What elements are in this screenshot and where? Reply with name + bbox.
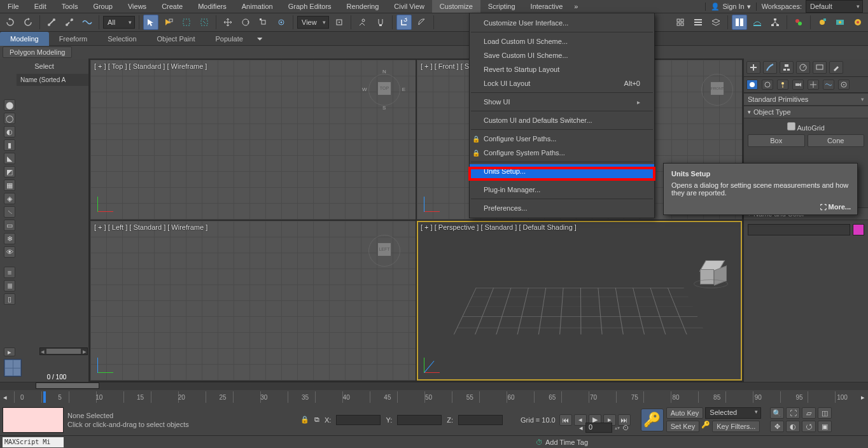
slider-handle[interactable] bbox=[36, 382, 99, 389]
scale-button[interactable] bbox=[256, 15, 271, 30]
timeline-prev[interactable]: ◂ bbox=[0, 393, 10, 402]
ribbon-tab-modeling[interactable]: Modeling bbox=[0, 32, 49, 46]
menu-create[interactable]: Create bbox=[154, 0, 190, 13]
menuitem-revert-to-startup-layout[interactable]: Revert to Startup Layout bbox=[470, 62, 654, 76]
scene-explorer-button[interactable] bbox=[690, 15, 706, 30]
max-toggle-button[interactable]: ▣ bbox=[818, 421, 832, 432]
key-icon-button[interactable]: 🔑 bbox=[701, 421, 710, 432]
viewcube[interactable] bbox=[697, 260, 724, 287]
list-hscroll[interactable]: ◂ ▸ bbox=[39, 347, 88, 355]
display-cameras-toggle[interactable]: ▮ bbox=[4, 139, 15, 151]
lock-icon[interactable]: 🔒 bbox=[300, 416, 309, 424]
timeline-next[interactable]: ▸ bbox=[858, 393, 868, 402]
vp-layout-button[interactable] bbox=[4, 359, 22, 377]
helpers-category[interactable] bbox=[808, 80, 819, 90]
angle-snap-button[interactable] bbox=[414, 15, 430, 30]
signin-button[interactable]: 👤 Sign In ▾ bbox=[705, 3, 756, 11]
menuitem-configure-system-paths[interactable]: Configure System Paths... bbox=[470, 146, 654, 160]
object-color-swatch[interactable] bbox=[853, 224, 864, 235]
key-filters-button[interactable]: Key Filters... bbox=[712, 421, 760, 432]
move-button[interactable] bbox=[220, 15, 235, 30]
ribbon-tab-object-paint[interactable]: Object Paint bbox=[147, 32, 206, 46]
display-shapes-toggle[interactable]: ◯ bbox=[4, 113, 15, 124]
menuitem-lock-ui-layout[interactable]: Lock UI LayoutAlt+0 bbox=[470, 76, 654, 90]
window-crossing-button[interactable] bbox=[197, 15, 212, 30]
zoom-extents-button[interactable]: ◫ bbox=[818, 407, 832, 419]
menu-civil-view[interactable]: Civil View bbox=[386, 0, 431, 13]
keyboard-shortcut-button[interactable] bbox=[373, 15, 388, 30]
viewport-left[interactable]: [ + ] [ Left ] [ Standard ] [ Wireframe … bbox=[90, 221, 416, 381]
menu-graph-editors[interactable]: Graph Editors bbox=[281, 0, 339, 13]
menuitem-load-custom-ui-scheme[interactable]: Load Custom UI Scheme... bbox=[470, 34, 654, 48]
display-lights-toggle[interactable]: ◐ bbox=[4, 126, 15, 137]
menuitem-custom-ui-and-defaults-switcher[interactable]: Custom UI and Defaults Switcher... bbox=[470, 113, 654, 127]
snap-toggle-button[interactable]: 3 bbox=[396, 15, 412, 30]
track-slider[interactable]: 0 / 100 bbox=[0, 382, 868, 390]
menuitem-plug-in-manager[interactable]: Plug-in Manager... bbox=[470, 183, 654, 197]
lights-category[interactable] bbox=[777, 80, 788, 90]
vp-play-flyout[interactable]: ▸ bbox=[4, 347, 15, 356]
motion-tab[interactable] bbox=[796, 61, 810, 74]
viewcube[interactable]: TOP N S W E bbox=[368, 74, 400, 106]
frame-spinner[interactable]: 0 bbox=[585, 423, 612, 433]
viewport-label[interactable]: [ + ] [ Top ] [ Standard ] [ Wireframe ] bbox=[94, 62, 207, 70]
add-time-tag[interactable]: Add Time Tag bbox=[545, 438, 588, 446]
viewport-perspective[interactable]: [ + ] [ Perspective ] [ Standard ] [ Def… bbox=[417, 221, 742, 381]
rect-select-button[interactable] bbox=[179, 15, 194, 30]
menu-animation[interactable]: Animation bbox=[234, 0, 281, 13]
select-by-name-button[interactable] bbox=[161, 15, 176, 30]
display-xrefs-toggle[interactable]: ◈ bbox=[4, 193, 15, 204]
ribbon-expander[interactable]: ⏷ bbox=[253, 35, 267, 43]
cameras-category[interactable] bbox=[792, 80, 804, 90]
display-hidden-toggle[interactable]: 👁 bbox=[4, 246, 15, 258]
undo-button[interactable] bbox=[3, 15, 18, 30]
viewport-label[interactable]: [ + ] [ Front ] [ St bbox=[421, 62, 471, 70]
time-ruler[interactable]: 0510152025303540455055606570758085909510… bbox=[14, 391, 854, 403]
workspaces-value[interactable]: Default bbox=[806, 0, 863, 13]
systems-category[interactable] bbox=[838, 80, 850, 90]
menuitem-show-ui[interactable]: Show UI bbox=[470, 95, 654, 109]
redo-button[interactable] bbox=[20, 15, 36, 30]
display-spacewarps-toggle[interactable]: ◩ bbox=[4, 166, 15, 178]
menuitem-units-setup[interactable]: Units Setup... bbox=[470, 164, 654, 178]
placement-button[interactable] bbox=[274, 15, 289, 30]
isolate-icon[interactable]: ◂ bbox=[579, 424, 583, 432]
viewport-label[interactable]: [ + ] [ Left ] [ Standard ] [ Wireframe … bbox=[94, 223, 207, 231]
viewcube-face[interactable]: LEFT bbox=[377, 242, 391, 256]
render-frame-button[interactable] bbox=[832, 15, 848, 30]
display-tab[interactable] bbox=[813, 61, 827, 74]
toggle-ribbon-button[interactable] bbox=[732, 15, 747, 30]
auto-key-button[interactable]: Auto Key bbox=[666, 407, 704, 419]
viewcube[interactable]: FRONT bbox=[701, 74, 733, 106]
time-tag-icon[interactable]: ⏱ bbox=[536, 438, 543, 446]
display-geometry-toggle[interactable]: ⬤ bbox=[4, 99, 15, 111]
viewport-top[interactable]: [ + ] [ Top ] [ Standard ] [ Wireframe ]… bbox=[90, 60, 416, 220]
z-input[interactable] bbox=[458, 415, 503, 425]
box-button[interactable]: Box bbox=[748, 134, 805, 147]
selection-filter-combo[interactable]: All bbox=[103, 16, 135, 29]
display-helpers-toggle[interactable]: ◣ bbox=[4, 153, 15, 164]
sort-toggle[interactable]: ≡ bbox=[4, 267, 15, 278]
zoom-button[interactable]: 🔍 bbox=[770, 407, 784, 419]
pan-button[interactable]: ✥ bbox=[770, 421, 784, 432]
sort-reverse-toggle[interactable]: ≣ bbox=[4, 280, 15, 291]
menu-edit[interactable]: Edit bbox=[27, 0, 54, 13]
autogrid-checkbox[interactable] bbox=[787, 122, 795, 130]
menu-modifiers[interactable]: Modifiers bbox=[190, 0, 234, 13]
ribbon-tab-populate[interactable]: Populate bbox=[205, 32, 253, 46]
viewcube-face[interactable]: TOP bbox=[377, 81, 391, 95]
time-config-icon[interactable]: ⏲ bbox=[622, 424, 629, 431]
create-selection-set-button[interactable] bbox=[673, 15, 688, 30]
tooltip-more[interactable]: More... bbox=[820, 203, 851, 211]
material-editor-button[interactable] bbox=[791, 15, 806, 30]
object-name-input[interactable] bbox=[748, 224, 850, 235]
goto-start-button[interactable]: ⏮ bbox=[559, 414, 572, 426]
polygon-modeling-pill[interactable]: Polygon Modeling bbox=[3, 46, 72, 58]
bind-spacewarp-button[interactable] bbox=[80, 15, 95, 30]
ribbon-tab-selection[interactable]: Selection bbox=[97, 32, 146, 46]
schematic-view-button[interactable] bbox=[767, 15, 783, 30]
curve-editor-button[interactable] bbox=[750, 15, 765, 30]
set-key-button[interactable]: Set Key bbox=[666, 421, 700, 432]
menu-group[interactable]: Group bbox=[85, 0, 120, 13]
create-tab[interactable] bbox=[746, 61, 760, 74]
